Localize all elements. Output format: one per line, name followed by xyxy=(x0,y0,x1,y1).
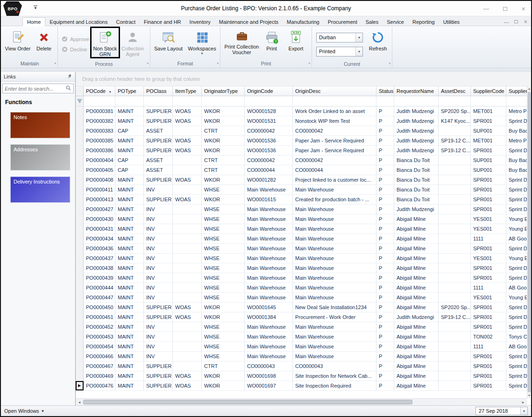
date-picker[interactable]: 27 Sep 2018 ▼ xyxy=(475,407,528,415)
table-row[interactable]: PO0000411MAINTINVWHSEMain WarehouseMain … xyxy=(76,185,527,195)
row-indicator[interactable] xyxy=(76,322,84,332)
print-button[interactable]: ? Print xyxy=(261,28,283,51)
row-indicator[interactable] xyxy=(76,293,84,302)
tab-equipment-and-locations[interactable]: Equipment and Locations xyxy=(45,18,112,26)
search-input[interactable] xyxy=(5,86,61,92)
function-delivery-instructions[interactable]: Delivery Instructions xyxy=(10,177,70,203)
column-header-itemtype[interactable]: ItemType xyxy=(173,86,202,96)
row-indicator[interactable] xyxy=(76,371,84,381)
scroll-down-icon[interactable]: ▼ xyxy=(527,393,531,398)
refresh-button[interactable]: Refresh xyxy=(366,28,390,51)
table-row[interactable]: PO0000405CAPASSETCTRTCO0000044CO0000044P… xyxy=(76,165,527,175)
row-indicator[interactable] xyxy=(76,155,84,165)
horizontal-scrollbar[interactable]: ◄ ► xyxy=(76,398,527,405)
filter-cell-origindesc[interactable] xyxy=(293,96,376,106)
function-addresses[interactable]: Addresses xyxy=(10,144,70,170)
table-row[interactable]: PO0000437MAINTINVWHSEMain WarehouseMain … xyxy=(76,254,527,263)
row-indicator[interactable] xyxy=(76,106,84,116)
row-indicator[interactable] xyxy=(76,195,84,204)
table-row[interactable]: PO0000430MAINTINVWHSEMain WarehouseMain … xyxy=(76,214,527,224)
table-row[interactable]: PO0000427MAINTINVWHSEMain WarehouseMain … xyxy=(76,205,527,214)
table-row[interactable]: PO0000381MAINTSUPPLIERWOASWKORWO0001528W… xyxy=(76,106,527,116)
row-indicator[interactable] xyxy=(76,332,84,341)
column-header-status[interactable]: Status xyxy=(376,86,394,96)
row-indicator[interactable] xyxy=(76,116,84,126)
filter-cell-potype[interactable] xyxy=(115,96,144,106)
table-row[interactable]: PO0000467MAINTSUPPLIERCTRTCO0000043CO000… xyxy=(76,361,527,371)
filter-cell-itemtype[interactable] xyxy=(173,96,202,106)
maintain-dialog-launcher-icon[interactable]: ▾ xyxy=(54,60,56,67)
scroll-left-icon[interactable]: ◄ xyxy=(76,401,83,404)
scroll-right-icon[interactable]: ► xyxy=(519,401,527,404)
row-indicator[interactable] xyxy=(76,175,84,184)
row-indicator[interactable] xyxy=(76,136,84,145)
site-combobox-arrow-icon[interactable]: ▼ xyxy=(355,33,362,42)
tab-reporting[interactable]: Reporting xyxy=(408,18,439,26)
table-row[interactable]: PO0000444MAINTINVWHSEMain WarehouseMain … xyxy=(76,283,527,293)
filter-cell-origincode[interactable] xyxy=(245,96,293,106)
search-box[interactable] xyxy=(2,84,74,93)
child-minimize-button[interactable]: — xyxy=(504,19,509,25)
workspaces-dropdown-icon[interactable]: ▼ xyxy=(200,52,204,55)
non-stock-grn-button[interactable]: Non Stock GRN xyxy=(92,28,119,57)
table-row[interactable]: PO0000466MAINTINVWHSEMain WarehouseMain … xyxy=(76,352,527,361)
column-header-origincode[interactable]: OriginCode xyxy=(245,86,293,96)
column-header-requestorname[interactable]: RequestorName xyxy=(394,86,439,96)
print-collection-voucher-button[interactable]: Print Collection Voucher xyxy=(224,28,260,55)
row-indicator[interactable] xyxy=(76,205,84,214)
filter-cell-status[interactable] xyxy=(376,96,394,106)
table-row[interactable]: PO0000450MAINTSUPPLIERWOASWKORWO0001645N… xyxy=(76,303,527,312)
tab-home[interactable]: Home xyxy=(22,17,45,26)
child-restore-button[interactable] xyxy=(514,20,518,23)
maximize-button[interactable] xyxy=(503,7,507,11)
table-row[interactable]: PO0000438MAINTINVWHSEMain WarehouseMain … xyxy=(76,263,527,273)
vertical-scroll-thumb[interactable] xyxy=(528,92,531,392)
row-indicator[interactable] xyxy=(76,254,84,263)
table-row[interactable]: PO0000383CAPASSETCTRTCO0000042CO0000042P… xyxy=(76,126,527,136)
row-indicator[interactable] xyxy=(76,283,84,292)
row-indicator[interactable] xyxy=(76,165,84,175)
tab-contract[interactable]: Contract xyxy=(112,18,140,26)
column-header-suppliercode[interactable]: SupplierCode xyxy=(471,86,506,96)
filter-cell-originatortype[interactable] xyxy=(202,96,245,106)
function-notes[interactable]: Notes xyxy=(10,112,70,138)
table-row[interactable]: PO0000453MAINTINVWHSEMain WarehouseMain … xyxy=(76,332,527,342)
process-dialog-launcher-icon[interactable]: ▾ xyxy=(147,60,149,67)
export-button[interactable]: XLSX Export xyxy=(284,28,308,51)
table-row[interactable]: PO0000451MAINTSUPPLIERWOASWKORWO0001384P… xyxy=(76,312,527,322)
table-row[interactable]: PO0000454MAINTINVWHSEMain WarehouseMain … xyxy=(76,342,527,352)
table-row[interactable]: PO0000408MAINTSUPPLIERWOASWKORWO0001282P… xyxy=(76,175,527,185)
group-by-panel[interactable]: Drag a column header here to group by th… xyxy=(76,72,531,86)
filter-cell-poclass[interactable] xyxy=(144,96,173,106)
row-indicator[interactable] xyxy=(76,244,84,253)
table-row[interactable]: PO0000469MAINTSUPPLIERWOASWKORWO0001698S… xyxy=(76,371,527,381)
save-layout-button[interactable]: Save Layout xyxy=(153,28,184,51)
row-indicator[interactable] xyxy=(76,126,84,135)
quick-access-dropdown-icon[interactable]: ▼ xyxy=(34,6,37,10)
table-row[interactable]: ▶PO0000476MAINTSUPPLIERWOASWKORWO0001697… xyxy=(76,381,527,391)
site-combobox[interactable]: Durban ▼ xyxy=(316,33,363,42)
row-indicator[interactable] xyxy=(76,312,84,322)
row-indicator[interactable]: ▶ xyxy=(76,381,84,390)
column-header-origindesc[interactable]: OriginDesc xyxy=(293,86,376,96)
row-indicator[interactable] xyxy=(76,273,84,283)
column-header-poclass[interactable]: POClass xyxy=(144,86,173,96)
open-windows-button[interactable]: Open Windows ▼ xyxy=(4,408,45,414)
minimize-button[interactable]: — xyxy=(483,5,489,12)
column-header-pocode[interactable]: POCode▲ xyxy=(84,86,115,96)
table-row[interactable]: PO0000447MAINTINVWHSEMain WarehouseMain … xyxy=(76,293,527,303)
close-button[interactable]: × xyxy=(521,5,525,13)
column-header-suppliername[interactable]: SupplierName xyxy=(506,86,527,96)
search-icon[interactable] xyxy=(65,85,71,93)
status-combobox-arrow-icon[interactable]: ▼ xyxy=(355,47,362,56)
filter-cell-suppliercode[interactable] xyxy=(471,96,506,106)
tab-utilities[interactable]: Utilities xyxy=(439,18,464,26)
table-row[interactable]: PO0000385MAINTSUPPLIERWOASWKORWO0001536P… xyxy=(76,136,527,146)
tab-inventory[interactable]: Inventory xyxy=(185,18,215,26)
child-close-button[interactable]: × xyxy=(524,18,527,25)
filter-cell-requestorname[interactable] xyxy=(394,96,439,106)
table-row[interactable]: PO0000452MAINTINVWHSEMain WarehouseMain … xyxy=(76,322,527,332)
scroll-up-icon[interactable]: ▲ xyxy=(527,86,531,92)
row-indicator[interactable] xyxy=(76,303,84,312)
decline-button[interactable]: Decline xyxy=(59,44,92,55)
